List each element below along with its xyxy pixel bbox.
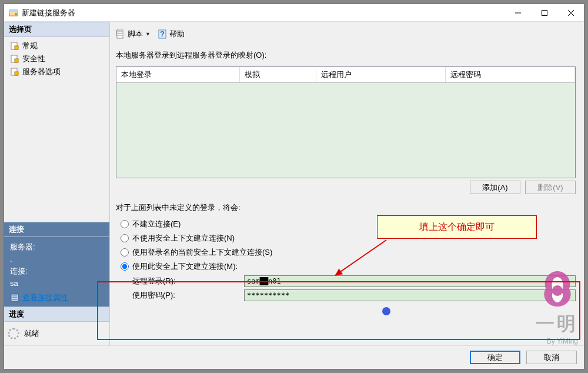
grid-body: [116, 83, 575, 177]
script-icon: [116, 29, 125, 39]
server-value: .: [10, 254, 103, 265]
select-page-header: 选择页: [4, 22, 109, 37]
add-button[interactable]: 添加(A): [470, 181, 520, 194]
svg-rect-4: [542, 10, 547, 15]
script-button[interactable]: 脚本 ▼: [113, 28, 153, 41]
grid-header-remote-password: 远程密码: [446, 67, 575, 82]
password-input[interactable]: [244, 289, 576, 301]
radio-label: 使用登录名的当前安全上下文建立连接(S): [132, 247, 272, 258]
svg-point-2: [15, 13, 17, 15]
page-item-label: 安全性: [22, 54, 45, 64]
server-label: 服务器:: [10, 241, 103, 254]
minimize-button[interactable]: [505, 4, 531, 21]
right-pane: 脚本 ▼ ? 帮助 本地服务器登录到远程服务器登录的映射(O): 本地登录 模拟…: [110, 22, 584, 345]
script-label: 脚本: [128, 29, 143, 39]
ok-button[interactable]: 确定: [470, 351, 520, 364]
page-item-label: 常规: [22, 41, 38, 51]
footer: 确定 取消: [4, 345, 584, 369]
radio-use-this-security-context[interactable]: 使用此安全上下文建立连接(M):: [121, 261, 576, 272]
view-connection-props-label: 查看连接属性: [22, 292, 68, 303]
help-label: 帮助: [169, 29, 185, 39]
help-icon: ?: [158, 29, 167, 39]
radio-current-security-context[interactable]: 使用登录名的当前安全上下文建立连接(S): [121, 247, 576, 258]
properties-icon: [10, 293, 19, 302]
remove-button: 删除(V): [525, 181, 576, 194]
grid-header-impersonate: 模拟: [240, 67, 316, 82]
mapping-label: 本地服务器登录到远程服务器登录的映射(O):: [116, 50, 576, 61]
connection-label: 连接:: [10, 265, 103, 278]
page-icon: [10, 41, 19, 51]
svg-rect-1: [9, 10, 18, 12]
window-icon: [9, 8, 18, 18]
cancel-button[interactable]: 取消: [526, 351, 577, 364]
svg-rect-8: [15, 46, 18, 49]
grid-header-local-login: 本地登录: [116, 67, 240, 82]
radio-label: 不建立连接(E): [132, 219, 181, 229]
grid-header-remote-user: 远程用户: [316, 67, 446, 82]
view-connection-props-link[interactable]: 查看连接属性: [10, 292, 103, 303]
progress-header: 进度: [4, 307, 109, 322]
svg-rect-12: [15, 72, 18, 75]
svg-rect-17: [117, 30, 123, 38]
maximize-button[interactable]: [531, 4, 557, 21]
password-label: 使用密码(P):: [132, 290, 238, 301]
chevron-down-icon: ▼: [145, 31, 151, 37]
annotation-censor-dot: [382, 307, 390, 315]
undefined-logins-label: 对于上面列表中未定义的登录，将会:: [116, 202, 576, 213]
remote-login-label: 远程登录(R):: [132, 276, 238, 287]
page-item-label: 服务器选项: [22, 66, 61, 77]
titlebar: 新建链接服务器: [4, 4, 584, 22]
annotation-callout: 填上这个确定即可: [377, 215, 537, 239]
page-icon: [10, 54, 19, 64]
progress-status: 就绪: [24, 328, 39, 339]
window-title: 新建链接服务器: [22, 8, 505, 18]
mapping-grid[interactable]: 本地登录 模拟 远程用户 远程密码: [116, 66, 576, 178]
close-button[interactable]: [557, 4, 584, 21]
left-pane: 选择页 常规 安全性 服务器选项 连接 服务器: .: [4, 22, 110, 345]
page-icon: [10, 67, 19, 76]
remote-login-input[interactable]: [244, 275, 576, 287]
svg-rect-10: [15, 59, 18, 62]
help-button[interactable]: ? 帮助: [155, 28, 187, 41]
page-item-general[interactable]: 常规: [8, 39, 106, 52]
radio-label: 不使用安全上下文建立连接(N): [132, 233, 235, 244]
svg-text:?: ?: [160, 29, 165, 38]
radio-label: 使用此安全上下文建立连接(M):: [132, 261, 238, 272]
connection-header: 连接: [4, 222, 109, 237]
connection-value: sa: [10, 278, 103, 289]
spinner-icon: [8, 328, 19, 339]
page-item-security[interactable]: 安全性: [8, 52, 106, 65]
page-item-server-options[interactable]: 服务器选项: [8, 65, 106, 78]
